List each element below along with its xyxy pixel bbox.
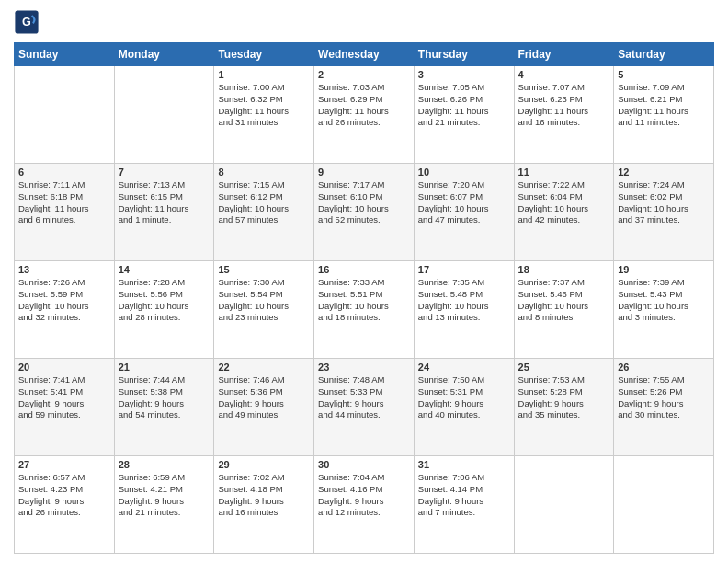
- calendar-cell: 18Sunrise: 7:37 AM Sunset: 5:46 PM Dayli…: [514, 261, 614, 359]
- page: G SundayMondayTuesdayWednesdayThursdayFr…: [0, 0, 728, 563]
- day-number: 17: [418, 264, 510, 275]
- day-info: Sunrise: 7:28 AM Sunset: 5:56 PM Dayligh…: [119, 277, 210, 324]
- day-info: Sunrise: 6:57 AM Sunset: 4:23 PM Dayligh…: [18, 472, 110, 519]
- day-number: 26: [618, 362, 710, 373]
- calendar-cell: 23Sunrise: 7:48 AM Sunset: 5:33 PM Dayli…: [314, 359, 415, 456]
- day-number: 25: [518, 362, 610, 373]
- calendar-cell: 4Sunrise: 7:07 AM Sunset: 6:23 PM Daylig…: [514, 66, 614, 164]
- day-info: Sunrise: 7:00 AM Sunset: 6:32 PM Dayligh…: [218, 82, 310, 129]
- column-header-monday: Monday: [114, 43, 214, 66]
- calendar-cell: 25Sunrise: 7:53 AM Sunset: 5:28 PM Dayli…: [514, 359, 614, 456]
- day-info: Sunrise: 7:33 AM Sunset: 5:51 PM Dayligh…: [318, 277, 410, 324]
- day-number: 4: [518, 69, 610, 80]
- calendar-cell: 5Sunrise: 7:09 AM Sunset: 6:21 PM Daylig…: [614, 66, 714, 164]
- calendar-cell: [15, 66, 115, 164]
- calendar-cell: [614, 456, 714, 554]
- calendar-cell: 16Sunrise: 7:33 AM Sunset: 5:51 PM Dayli…: [314, 261, 415, 359]
- calendar-cell: 26Sunrise: 7:55 AM Sunset: 5:26 PM Dayli…: [614, 359, 714, 456]
- day-info: Sunrise: 7:55 AM Sunset: 5:26 PM Dayligh…: [618, 374, 710, 421]
- calendar-cell: [514, 456, 614, 554]
- calendar-cell: 9Sunrise: 7:17 AM Sunset: 6:10 PM Daylig…: [314, 164, 415, 261]
- day-number: 24: [418, 362, 510, 373]
- day-number: 12: [618, 167, 710, 178]
- calendar-week-3: 13Sunrise: 7:26 AM Sunset: 5:59 PM Dayli…: [15, 261, 714, 359]
- day-info: Sunrise: 7:15 AM Sunset: 6:12 PM Dayligh…: [218, 179, 310, 226]
- calendar-cell: 10Sunrise: 7:20 AM Sunset: 6:07 PM Dayli…: [414, 164, 514, 261]
- day-number: 27: [18, 459, 110, 470]
- logo-icon: G: [14, 9, 40, 35]
- calendar: SundayMondayTuesdayWednesdayThursdayFrid…: [14, 42, 714, 554]
- day-number: 1: [218, 69, 310, 80]
- day-info: Sunrise: 7:41 AM Sunset: 5:41 PM Dayligh…: [18, 374, 110, 421]
- day-info: Sunrise: 7:09 AM Sunset: 6:21 PM Dayligh…: [618, 82, 710, 129]
- day-number: 6: [18, 167, 110, 178]
- day-info: Sunrise: 6:59 AM Sunset: 4:21 PM Dayligh…: [119, 472, 210, 519]
- calendar-cell: 24Sunrise: 7:50 AM Sunset: 5:31 PM Dayli…: [414, 359, 514, 456]
- calendar-cell: 7Sunrise: 7:13 AM Sunset: 6:15 PM Daylig…: [114, 164, 214, 261]
- day-number: 20: [18, 362, 110, 373]
- day-info: Sunrise: 7:04 AM Sunset: 4:16 PM Dayligh…: [318, 472, 410, 519]
- day-number: 31: [418, 459, 510, 470]
- day-info: Sunrise: 7:03 AM Sunset: 6:29 PM Dayligh…: [318, 82, 410, 129]
- column-header-thursday: Thursday: [414, 43, 514, 66]
- day-number: 30: [318, 459, 410, 470]
- day-number: 8: [218, 167, 310, 178]
- day-info: Sunrise: 7:07 AM Sunset: 6:23 PM Dayligh…: [518, 82, 610, 129]
- day-number: 9: [318, 167, 410, 178]
- day-number: 23: [318, 362, 410, 373]
- day-info: Sunrise: 7:05 AM Sunset: 6:26 PM Dayligh…: [418, 82, 510, 129]
- calendar-week-4: 20Sunrise: 7:41 AM Sunset: 5:41 PM Dayli…: [15, 359, 714, 456]
- day-info: Sunrise: 7:06 AM Sunset: 4:14 PM Dayligh…: [418, 472, 510, 519]
- day-info: Sunrise: 7:35 AM Sunset: 5:48 PM Dayligh…: [418, 277, 510, 324]
- calendar-week-5: 27Sunrise: 6:57 AM Sunset: 4:23 PM Dayli…: [15, 456, 714, 554]
- day-info: Sunrise: 7:02 AM Sunset: 4:18 PM Dayligh…: [218, 472, 310, 519]
- header: G: [14, 9, 714, 35]
- day-number: 19: [618, 264, 710, 275]
- day-number: 15: [218, 264, 310, 275]
- calendar-cell: 11Sunrise: 7:22 AM Sunset: 6:04 PM Dayli…: [514, 164, 614, 261]
- calendar-cell: 22Sunrise: 7:46 AM Sunset: 5:36 PM Dayli…: [214, 359, 314, 456]
- day-info: Sunrise: 7:26 AM Sunset: 5:59 PM Dayligh…: [18, 277, 110, 324]
- calendar-cell: 2Sunrise: 7:03 AM Sunset: 6:29 PM Daylig…: [314, 66, 415, 164]
- day-number: 14: [119, 264, 210, 275]
- day-info: Sunrise: 7:48 AM Sunset: 5:33 PM Dayligh…: [318, 374, 410, 421]
- day-number: 21: [119, 362, 210, 373]
- calendar-cell: 12Sunrise: 7:24 AM Sunset: 6:02 PM Dayli…: [614, 164, 714, 261]
- day-info: Sunrise: 7:24 AM Sunset: 6:02 PM Dayligh…: [618, 179, 710, 226]
- day-info: Sunrise: 7:46 AM Sunset: 5:36 PM Dayligh…: [218, 374, 310, 421]
- day-number: 11: [518, 167, 610, 178]
- logo: G: [14, 9, 41, 35]
- day-number: 18: [518, 264, 610, 275]
- calendar-cell: 28Sunrise: 6:59 AM Sunset: 4:21 PM Dayli…: [114, 456, 214, 554]
- column-header-friday: Friday: [514, 43, 614, 66]
- calendar-cell: 14Sunrise: 7:28 AM Sunset: 5:56 PM Dayli…: [114, 261, 214, 359]
- day-info: Sunrise: 7:17 AM Sunset: 6:10 PM Dayligh…: [318, 179, 410, 226]
- calendar-cell: 27Sunrise: 6:57 AM Sunset: 4:23 PM Dayli…: [15, 456, 115, 554]
- day-number: 7: [119, 167, 210, 178]
- calendar-cell: 20Sunrise: 7:41 AM Sunset: 5:41 PM Dayli…: [15, 359, 115, 456]
- calendar-cell: 8Sunrise: 7:15 AM Sunset: 6:12 PM Daylig…: [214, 164, 314, 261]
- day-info: Sunrise: 7:13 AM Sunset: 6:15 PM Dayligh…: [119, 179, 210, 226]
- day-number: 10: [418, 167, 510, 178]
- calendar-header-row: SundayMondayTuesdayWednesdayThursdayFrid…: [15, 43, 714, 66]
- day-number: 22: [218, 362, 310, 373]
- day-number: 5: [618, 69, 710, 80]
- calendar-cell: 29Sunrise: 7:02 AM Sunset: 4:18 PM Dayli…: [214, 456, 314, 554]
- calendar-cell: 31Sunrise: 7:06 AM Sunset: 4:14 PM Dayli…: [414, 456, 514, 554]
- calendar-cell: 6Sunrise: 7:11 AM Sunset: 6:18 PM Daylig…: [15, 164, 115, 261]
- calendar-cell: 15Sunrise: 7:30 AM Sunset: 5:54 PM Dayli…: [214, 261, 314, 359]
- calendar-week-2: 6Sunrise: 7:11 AM Sunset: 6:18 PM Daylig…: [15, 164, 714, 261]
- svg-text:G: G: [22, 16, 31, 29]
- calendar-cell: 17Sunrise: 7:35 AM Sunset: 5:48 PM Dayli…: [414, 261, 514, 359]
- day-number: 13: [18, 264, 110, 275]
- calendar-cell: 30Sunrise: 7:04 AM Sunset: 4:16 PM Dayli…: [314, 456, 415, 554]
- day-number: 28: [119, 459, 210, 470]
- calendar-cell: 13Sunrise: 7:26 AM Sunset: 5:59 PM Dayli…: [15, 261, 115, 359]
- calendar-cell: [114, 66, 214, 164]
- column-header-tuesday: Tuesday: [214, 43, 314, 66]
- day-info: Sunrise: 7:22 AM Sunset: 6:04 PM Dayligh…: [518, 179, 610, 226]
- day-info: Sunrise: 7:30 AM Sunset: 5:54 PM Dayligh…: [218, 277, 310, 324]
- day-number: 29: [218, 459, 310, 470]
- calendar-cell: 19Sunrise: 7:39 AM Sunset: 5:43 PM Dayli…: [614, 261, 714, 359]
- column-header-saturday: Saturday: [614, 43, 714, 66]
